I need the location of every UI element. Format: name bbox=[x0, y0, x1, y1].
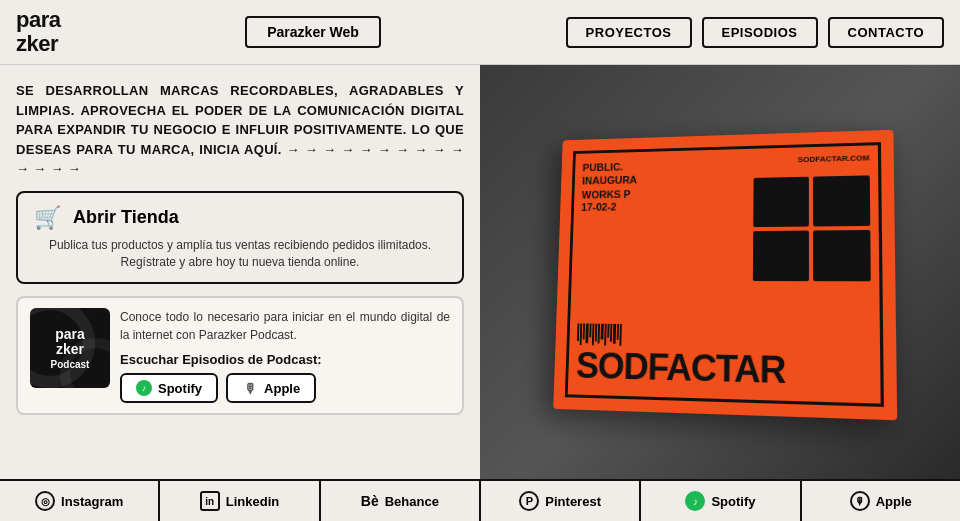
right-panel: SODFACTAR.COM PUBLIC.INAUGURAWORKS P 17-… bbox=[480, 65, 960, 479]
pinterest-icon: P bbox=[519, 491, 539, 511]
podcast-card: para zker Podcast Conoce todo lo necesar… bbox=[16, 296, 464, 415]
sodfactar-image: SODFACTAR.COM PUBLIC.INAUGURAWORKS P 17-… bbox=[480, 65, 960, 479]
spotify-footer-label: Spotify bbox=[711, 494, 755, 509]
spotify-label: Spotify bbox=[158, 381, 202, 396]
header: para zker Parazker Web PROYECTOS EPISODI… bbox=[0, 0, 960, 65]
footer-spotify[interactable]: ♪ Spotify bbox=[641, 481, 801, 521]
sign-board: SODFACTAR.COM PUBLIC.INAUGURAWORKS P 17-… bbox=[553, 130, 897, 421]
linkedin-label: Linkedin bbox=[226, 494, 279, 509]
shop-title: Abrir Tienda bbox=[73, 207, 179, 228]
behance-icon: Bè bbox=[361, 493, 379, 509]
left-panel: SE DESARROLLAN MARCAS RECORDABLES, AGRAD… bbox=[0, 65, 480, 479]
apple-icon: 🎙 bbox=[242, 380, 258, 396]
shop-card: 🛒 Abrir Tienda Publica tus productos y a… bbox=[16, 191, 464, 285]
apple-footer-icon: 🎙 bbox=[850, 491, 870, 511]
linkedin-icon: in bbox=[200, 491, 220, 511]
spotify-icon: ♪ bbox=[136, 380, 152, 396]
logo: para zker bbox=[16, 8, 60, 56]
podcast-buttons: ♪ Spotify 🎙 Apple bbox=[120, 373, 450, 403]
hero-text: SE DESARROLLAN MARCAS RECORDABLES, AGRAD… bbox=[16, 81, 464, 179]
footer: ◎ Instagram in Linkedin Bè Behance P Pin… bbox=[0, 479, 960, 521]
instagram-label: Instagram bbox=[61, 494, 123, 509]
parazker-web-button[interactable]: Parazker Web bbox=[245, 16, 381, 48]
podcast-logo: para zker Podcast bbox=[30, 308, 110, 388]
shop-description: Publica tus productos y amplía tus venta… bbox=[34, 237, 446, 271]
footer-instagram[interactable]: ◎ Instagram bbox=[0, 481, 160, 521]
apple-footer-label: Apple bbox=[876, 494, 912, 509]
main-content: SE DESARROLLAN MARCAS RECORDABLES, AGRAD… bbox=[0, 65, 960, 479]
nav-proyectos[interactable]: PROYECTOS bbox=[566, 17, 692, 48]
nav-episodios[interactable]: EPISODIOS bbox=[702, 17, 818, 48]
cart-icon: 🛒 bbox=[34, 205, 61, 231]
podcast-listen-label: Escuchar Episodios de Podcast: bbox=[120, 352, 450, 367]
apple-label: Apple bbox=[264, 381, 300, 396]
footer-behance[interactable]: Bè Behance bbox=[321, 481, 481, 521]
spotify-podcast-button[interactable]: ♪ Spotify bbox=[120, 373, 218, 403]
nav-contacto[interactable]: CONTACTO bbox=[828, 17, 944, 48]
sign-big-text: SODFACTAR bbox=[576, 345, 786, 392]
podcast-info: Conoce todo lo necesario para iniciar en… bbox=[120, 308, 450, 403]
apple-podcast-button[interactable]: 🎙 Apple bbox=[226, 373, 316, 403]
shop-card-top: 🛒 Abrir Tienda bbox=[34, 205, 446, 231]
spotify-footer-icon: ♪ bbox=[685, 491, 705, 511]
header-center: Parazker Web bbox=[76, 16, 549, 48]
pinterest-label: Pinterest bbox=[545, 494, 601, 509]
footer-pinterest[interactable]: P Pinterest bbox=[481, 481, 641, 521]
podcast-description: Conoce todo lo necesario para iniciar en… bbox=[120, 308, 450, 344]
footer-linkedin[interactable]: in Linkedin bbox=[160, 481, 320, 521]
instagram-icon: ◎ bbox=[35, 491, 55, 511]
behance-label: Behance bbox=[385, 494, 439, 509]
main-nav: PROYECTOS EPISODIOS CONTACTO bbox=[566, 17, 944, 48]
footer-apple[interactable]: 🎙 Apple bbox=[802, 481, 960, 521]
sign-qr-grid bbox=[753, 176, 871, 282]
barcode bbox=[577, 324, 622, 346]
